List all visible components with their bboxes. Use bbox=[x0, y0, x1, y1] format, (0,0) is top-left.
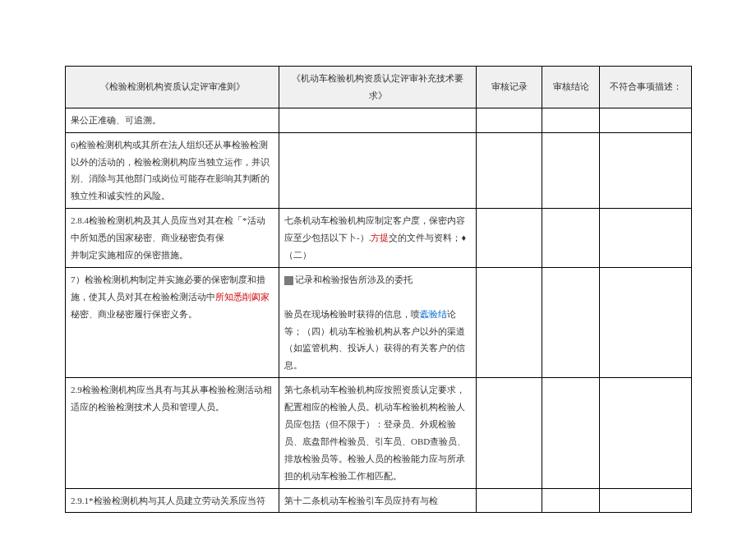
cell-nonconformity bbox=[600, 108, 692, 132]
compliance-table: 《检验检测机构资质认定评审准则》 《机动车检验机构资质认定评审补充技术要求》 审… bbox=[65, 66, 692, 513]
cell-conclusion bbox=[542, 209, 600, 268]
cell-requirement: 七条机动车检验机构应制定客户度，保密内容应至少包括以下卜-）.方提交的文件与资料… bbox=[279, 209, 477, 268]
cell-requirement bbox=[279, 108, 477, 132]
cell-criteria: 果公正准确、可追溯。 bbox=[66, 108, 279, 132]
cell-nonconformity bbox=[600, 132, 692, 209]
cell-record bbox=[477, 488, 542, 513]
cell-conclusion bbox=[542, 132, 600, 209]
cell-conclusion bbox=[542, 108, 600, 132]
cell-record bbox=[477, 267, 542, 377]
cell-nonconformity bbox=[600, 378, 692, 488]
document-page: 《检验检测机构资质认定评审准则》 《机动车检验机构资质认定评审补充技术要求》 审… bbox=[0, 0, 756, 535]
table-row: 6)检验检测机构或其所在法人组织还从事检验检测以外的活动的，检验检测机构应当独立… bbox=[66, 132, 692, 209]
cell-nonconformity bbox=[600, 209, 692, 268]
cell-nonconformity bbox=[600, 267, 692, 377]
cell-record bbox=[477, 108, 542, 132]
table-row: 2.9.1*检验检测机构与其人员建立劳动关系应当符第十二条机动车检验引车员应持有… bbox=[66, 488, 692, 513]
header-col3: 审核记录 bbox=[477, 67, 542, 108]
header-col1: 《检验检测机构资质认定评审准则》 bbox=[66, 67, 279, 108]
cell-record bbox=[477, 132, 542, 209]
cell-conclusion bbox=[542, 488, 600, 513]
cell-criteria: 6)检验检测机构或其所在法人组织还从事检验检测以外的活动的，检验检测机构应当独立… bbox=[66, 132, 279, 209]
header-col2: 《机动车检验机构资质认定评审补充技术要求》 bbox=[279, 67, 477, 108]
cell-requirement: 第七条机动车检验机构应按照资质认定要求，配置相应的检验人员。机动车检验机构检验人… bbox=[279, 378, 477, 488]
table-row: 2.9检验检测机构应当具有与其从事检验检测活动相适应的检验检测技术人员和管理人员… bbox=[66, 378, 692, 488]
cell-nonconformity bbox=[600, 488, 692, 513]
table-row: 果公正准确、可追溯。 bbox=[66, 108, 692, 132]
cell-requirement bbox=[279, 132, 477, 209]
table-row: 2.8.4检验检测机构及其人员应当对其在检「*活动中所知悉的国家秘密、商业秘密负… bbox=[66, 209, 692, 268]
header-col5: 不符合事项描述： bbox=[600, 67, 692, 108]
header-col4: 审核结论 bbox=[542, 67, 600, 108]
table-header-row: 《检验检测机构资质认定评审准则》 《机动车检验机构资质认定评审补充技术要求》 审… bbox=[66, 67, 692, 108]
cell-requirement: 第十二条机动车检验引车员应持有与检 bbox=[279, 488, 477, 513]
cell-record bbox=[477, 378, 542, 488]
cell-criteria: 7）检验检测机构制定并实施必要的保密制度和措施，使其人员对其在检验检测活动中所知… bbox=[66, 267, 279, 377]
cell-criteria: 2.9检验检测机构应当具有与其从事检验检测活动相适应的检验检测技术人员和管理人员… bbox=[66, 378, 279, 488]
cell-requirement: 记录和检验报告所涉及的委托验员在现场检验时获得的信息，喷蠹验结论等；（四）机动车… bbox=[279, 267, 477, 377]
cell-record bbox=[477, 209, 542, 268]
cell-conclusion bbox=[542, 267, 600, 377]
table-body: 果公正准确、可追溯。6)检验检测机构或其所在法人组织还从事检验检测以外的活动的，… bbox=[66, 108, 692, 513]
cell-conclusion bbox=[542, 378, 600, 488]
cell-criteria: 2.9.1*检验检测机构与其人员建立劳动关系应当符 bbox=[66, 488, 279, 513]
cell-criteria: 2.8.4检验检测机构及其人员应当对其在检「*活动中所知悉的国家秘密、商业秘密负… bbox=[66, 209, 279, 268]
table-row: 7）检验检测机构制定并实施必要的保密制度和措施，使其人员对其在检验检测活动中所知… bbox=[66, 267, 692, 377]
